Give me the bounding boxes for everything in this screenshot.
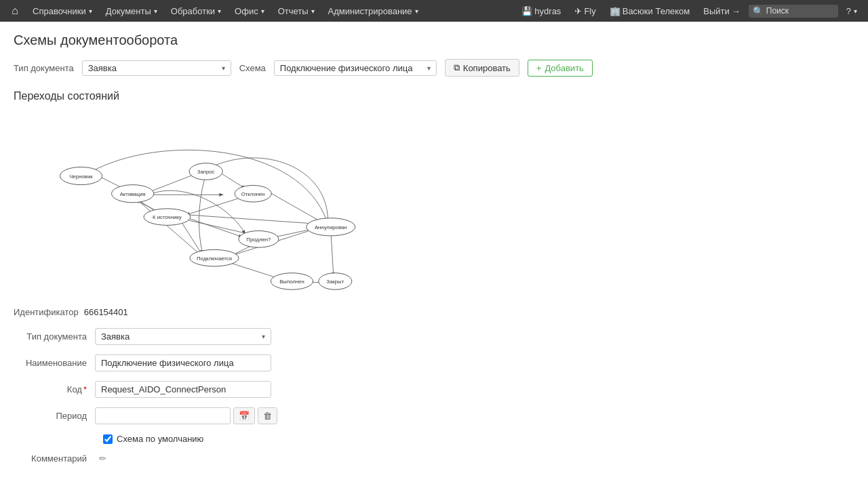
svg-line-18 xyxy=(136,199,200,255)
chevron-down-icon: ▾ xyxy=(311,7,315,15)
svg-text:Аннулирован: Аннулирован xyxy=(315,224,347,230)
disk-icon: 💾 xyxy=(521,6,532,16)
comment-row: Комментарий ✏ xyxy=(14,453,854,464)
svg-line-5 xyxy=(270,192,323,222)
nav-item-office[interactable]: Офис ▾ xyxy=(229,0,270,22)
identifier-label: Идентификатор xyxy=(14,307,79,317)
name-input[interactable] xyxy=(95,354,271,371)
comment-label: Комментарий xyxy=(14,453,95,464)
nav-item-admin[interactable]: Администрирование ▾ xyxy=(323,0,424,22)
calendar-icon: 📅 xyxy=(239,411,250,421)
identifier-row: Идентификатор 666154401 xyxy=(14,307,854,317)
identifier-value: 666154401 xyxy=(84,307,128,317)
nav-fly[interactable]: ✈ Fly xyxy=(569,6,601,16)
svg-line-8 xyxy=(186,218,242,237)
logout-icon: → xyxy=(732,6,741,16)
company-icon: 🏢 xyxy=(610,6,620,16)
chevron-down-icon: ▾ xyxy=(154,7,157,15)
name-label: Наименование xyxy=(14,358,95,368)
search-box[interactable]: 🔍 xyxy=(749,5,838,18)
svg-line-13 xyxy=(184,219,248,233)
calendar-button[interactable]: 📅 xyxy=(233,407,255,424)
search-input[interactable] xyxy=(766,6,834,16)
svg-text:Отклонен: Отклонен xyxy=(241,191,265,197)
code-label: Код xyxy=(14,384,95,394)
chevron-down-icon: ▾ xyxy=(89,7,92,15)
help-icon: ? xyxy=(846,6,851,16)
chevron-down-icon: ▾ xyxy=(415,7,418,15)
schema-label: Схема xyxy=(239,63,266,73)
svg-text:К источнику: К источнику xyxy=(153,214,182,220)
svg-text:Закрыт: Закрыт xyxy=(326,279,344,285)
period-label: Период xyxy=(14,411,95,421)
svg-text:Выполнен: Выполнен xyxy=(279,279,304,285)
svg-text:Продлен?: Продлен? xyxy=(246,237,271,243)
home-button[interactable]: ⌂ xyxy=(5,1,24,20)
nav-company[interactable]: 🏢 Васюки Телеком xyxy=(604,6,696,16)
chevron-down-icon: ▾ xyxy=(427,64,431,72)
svg-line-4 xyxy=(220,173,245,188)
svg-line-17 xyxy=(331,230,334,276)
default-schema-checkbox-label[interactable]: Схема по умолчанию xyxy=(103,434,203,444)
svg-text:Активация: Активация xyxy=(120,191,146,197)
page-content: Схемы документооборота Тип документа Зая… xyxy=(0,22,868,484)
chevron-down-icon: ▾ xyxy=(218,7,221,15)
trash-icon: 🗑 xyxy=(263,411,272,421)
info-period-row: Период 📅 🗑 xyxy=(14,407,854,424)
info-doc-type-row: Тип документа Заявка ▾ xyxy=(14,328,854,345)
code-input[interactable] xyxy=(95,381,271,398)
copy-icon: ⧉ xyxy=(454,62,460,73)
svg-line-6 xyxy=(186,197,245,215)
nav-help[interactable]: ? ▾ xyxy=(841,6,863,16)
info-code-row: Код xyxy=(14,381,854,398)
doc-type-info-select[interactable]: Заявка ▾ xyxy=(95,328,271,345)
nav-item-processing[interactable]: Обработки ▾ xyxy=(165,0,226,22)
nav-item-references[interactable]: Справочники ▾ xyxy=(27,0,98,22)
svg-text:Черновик: Черновик xyxy=(69,174,93,180)
svg-text:Подключается: Подключается xyxy=(197,256,232,262)
state-graph: Черновик Активация Запрос Отклонен К ист… xyxy=(14,110,420,293)
period-input[interactable] xyxy=(95,407,231,424)
copy-button[interactable]: ⧉ Копировать xyxy=(445,59,519,77)
add-button[interactable]: + Добавить xyxy=(528,60,593,77)
plane-icon: ✈ xyxy=(574,6,582,16)
navbar: ⌂ Справочники ▾ Документы ▾ Обработки ▾ … xyxy=(0,0,868,22)
clear-period-button[interactable]: 🗑 xyxy=(258,407,277,424)
doc-type-select[interactable]: Заявка ▾ xyxy=(82,60,231,76)
period-field-group: 📅 🗑 xyxy=(95,407,277,424)
nav-item-reports[interactable]: Отчеты ▾ xyxy=(273,0,320,22)
chevron-down-icon: ▾ xyxy=(854,7,857,15)
svg-line-9 xyxy=(181,222,201,253)
info-section: Идентификатор 666154401 Тип документа За… xyxy=(14,307,854,464)
search-icon: 🔍 xyxy=(753,6,764,16)
edit-icon[interactable]: ✏ xyxy=(99,453,106,464)
svg-line-1 xyxy=(148,174,195,192)
doc-type-info-label: Тип документа xyxy=(14,331,95,342)
svg-line-10 xyxy=(186,215,321,224)
default-schema-checkbox[interactable] xyxy=(103,434,113,444)
chevron-down-icon: ▾ xyxy=(222,64,225,72)
nav-logout[interactable]: Выйти → xyxy=(698,6,746,16)
svg-text:Запрос: Запрос xyxy=(197,169,215,175)
nav-item-documents[interactable]: Документы ▾ xyxy=(100,0,163,22)
nav-right: 💾 hydras ✈ Fly 🏢 Васюки Телеком Выйти → … xyxy=(516,5,863,18)
schema-select[interactable]: Подключение физического лица ▾ xyxy=(274,60,437,76)
plus-icon: + xyxy=(536,63,542,73)
page-title: Схемы документооборота xyxy=(14,33,854,48)
transitions-title: Переходы состояний xyxy=(14,90,854,102)
default-schema-row: Схема по умолчанию xyxy=(103,434,854,444)
info-name-row: Наименование xyxy=(14,354,854,371)
nav-hydras[interactable]: 💾 hydras xyxy=(516,6,566,16)
doc-type-label: Тип документа xyxy=(14,63,74,73)
chevron-down-icon: ▾ xyxy=(262,333,265,340)
chevron-down-icon: ▾ xyxy=(261,7,264,15)
toolbar-row: Тип документа Заявка ▾ Схема Подключение… xyxy=(14,59,854,77)
